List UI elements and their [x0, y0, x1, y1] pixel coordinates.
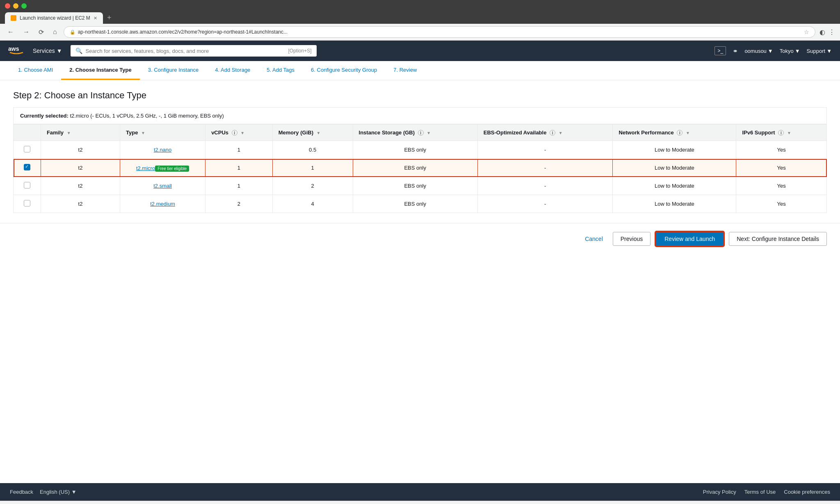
traffic-light-yellow[interactable]	[13, 3, 18, 9]
vcpus-sort-icon[interactable]: ▼	[240, 131, 244, 135]
table-row[interactable]: t2t2.medium24EBS only-Low to ModerateYes	[14, 195, 827, 213]
tab-favicon	[11, 15, 16, 21]
type-sort-icon[interactable]: ▼	[141, 131, 145, 135]
row-type: t2.nano	[120, 141, 205, 159]
reload-button[interactable]: ⟳	[36, 27, 46, 37]
instance-table: Family ▼ Type ▼ vCPUs i ▼ Memory (GiB)	[13, 124, 827, 213]
row-ipv6: Yes	[736, 177, 827, 195]
row-memory: 0.5	[272, 141, 353, 159]
row-storage: EBS only	[353, 159, 477, 177]
next-configure-button[interactable]: Next: Configure Instance Details	[729, 232, 827, 246]
ipv6-info-icon[interactable]: i	[778, 130, 784, 136]
step-configure-instance[interactable]: 3. Configure Instance	[140, 61, 207, 80]
row-storage: EBS only	[353, 195, 477, 213]
language-selector[interactable]: English (US) ▼	[40, 489, 76, 495]
chevron-down-icon: ▼	[57, 48, 62, 54]
row-ipv6: Yes	[736, 195, 827, 213]
cancel-button[interactable]: Cancel	[580, 232, 608, 245]
row-network: Low to Moderate	[613, 141, 736, 159]
privacy-policy-link[interactable]: Privacy Policy	[703, 489, 736, 495]
step-review[interactable]: 7. Review	[385, 61, 425, 80]
row-checkbox[interactable]	[24, 146, 30, 152]
search-shortcut: [Option+S]	[288, 48, 312, 54]
step-choose-instance-type[interactable]: 2. Choose Instance Type	[61, 61, 139, 80]
services-button[interactable]: Services ▼	[33, 48, 62, 54]
footer-copyright: © 2008 - 2021, Amazon Web Services, Inc.…	[0, 501, 840, 504]
user-menu-button[interactable]: oomusou ▼	[744, 48, 773, 54]
row-type-link[interactable]: t2.medium	[150, 201, 175, 207]
row-type: t2.small	[120, 177, 205, 195]
table-row[interactable]: t2t2.nano10.5EBS only-Low to ModerateYes	[14, 141, 827, 159]
address-bar-row: ← → ⟳ ⌂ 🔒 ap-northeast-1.console.aws.ama…	[0, 24, 840, 41]
home-button[interactable]: ⌂	[50, 27, 59, 36]
ipv6-sort-icon[interactable]: ▼	[787, 131, 791, 135]
step-add-storage[interactable]: 4. Add Storage	[207, 61, 258, 80]
row-type: t2.microFree tier eligible	[120, 159, 205, 177]
col-header-checkbox	[14, 125, 41, 141]
row-ebs: -	[477, 177, 613, 195]
row-type-link[interactable]: t2.nano	[154, 147, 171, 153]
ebs-sort-icon[interactable]: ▼	[559, 131, 563, 135]
star-icon[interactable]: ☆	[804, 29, 809, 35]
review-and-launch-button[interactable]: Review and Launch	[655, 232, 724, 246]
row-checkbox[interactable]	[24, 182, 30, 188]
terms-of-use-link[interactable]: Terms of Use	[744, 489, 776, 495]
extension-icon[interactable]: ◐	[819, 28, 825, 36]
traffic-light-red[interactable]	[5, 3, 10, 9]
col-header-network: Network Performance i ▼	[613, 125, 736, 141]
storage-info-icon[interactable]: i	[418, 130, 424, 136]
col-header-storage: Instance Storage (GB) i ▼	[353, 125, 477, 141]
region-menu-button[interactable]: Tokyo ▼	[780, 48, 800, 54]
main-content: 1. Choose AMI 2. Choose Instance Type 3.…	[0, 61, 840, 483]
row-type-link[interactable]: t2.small	[153, 183, 172, 189]
back-button[interactable]: ←	[5, 27, 16, 36]
network-info-icon[interactable]: i	[677, 130, 682, 136]
traffic-light-green[interactable]	[21, 3, 27, 9]
step-configure-security-group[interactable]: 6. Configure Security Group	[303, 61, 385, 80]
previous-button[interactable]: Previous	[613, 232, 651, 246]
row-vcpus: 1	[205, 159, 273, 177]
bell-icon[interactable]: ⚭	[733, 47, 738, 55]
storage-sort-icon[interactable]: ▼	[427, 131, 431, 135]
tab-close-button[interactable]: ✕	[94, 16, 97, 21]
row-ipv6: Yes	[736, 141, 827, 159]
forward-button[interactable]: →	[21, 27, 32, 36]
row-family: t2	[41, 159, 120, 177]
row-memory: 4	[272, 195, 353, 213]
terminal-icon[interactable]: >_	[714, 46, 726, 55]
table-row[interactable]: t2t2.small12EBS only-Low to ModerateYes	[14, 177, 827, 195]
free-tier-badge: Free tier eligible	[155, 166, 189, 172]
row-network: Low to Moderate	[613, 195, 736, 213]
row-type-link[interactable]: t2.micro	[136, 165, 155, 171]
vcpus-info-icon[interactable]: i	[232, 130, 237, 136]
row-ebs: -	[477, 159, 613, 177]
address-bar[interactable]: 🔒 ap-northeast-1.console.aws.amazon.com/…	[64, 26, 815, 38]
menu-icon[interactable]: ⋮	[829, 28, 835, 36]
table-row[interactable]: t2t2.microFree tier eligible11EBS only-L…	[14, 159, 827, 177]
row-checkbox[interactable]	[24, 164, 30, 170]
browser-tab-active[interactable]: Launch instance wizard | EC2 M ✕	[5, 12, 103, 24]
row-checkbox[interactable]	[24, 200, 30, 207]
step-choose-ami[interactable]: 1. Choose AMI	[10, 61, 61, 80]
footer: Feedback English (US) ▼ Privacy Policy T…	[0, 483, 840, 501]
memory-sort-icon[interactable]: ▼	[317, 131, 321, 135]
global-search-bar[interactable]: 🔍 [Option+S]	[71, 45, 317, 57]
row-type: t2.medium	[120, 195, 205, 213]
family-sort-icon[interactable]: ▼	[67, 131, 71, 135]
feedback-button[interactable]: Feedback	[10, 489, 33, 495]
col-header-family: Family ▼	[41, 125, 120, 141]
search-input[interactable]	[86, 48, 285, 54]
steps-nav: 1. Choose AMI 2. Choose Instance Type 3.…	[0, 61, 840, 80]
step-add-tags[interactable]: 5. Add Tags	[258, 61, 303, 80]
ebs-info-icon[interactable]: i	[550, 130, 555, 136]
support-menu-button[interactable]: Support ▼	[807, 48, 832, 54]
aws-header-actions: >_ ⚭ oomusou ▼ Tokyo ▼ Support ▼	[714, 46, 832, 55]
cookie-preferences-link[interactable]: Cookie preferences	[784, 489, 830, 495]
col-header-ebs: EBS-Optimized Available i ▼	[477, 125, 613, 141]
network-sort-icon[interactable]: ▼	[686, 131, 690, 135]
row-memory: 1	[272, 159, 353, 177]
new-tab-button[interactable]: +	[104, 12, 115, 24]
row-family: t2	[41, 141, 120, 159]
col-header-ipv6: IPv6 Support i ▼	[736, 125, 827, 141]
aws-header: aws Services ▼ 🔍 [Option+S] >_ ⚭ oomusou…	[0, 41, 840, 61]
